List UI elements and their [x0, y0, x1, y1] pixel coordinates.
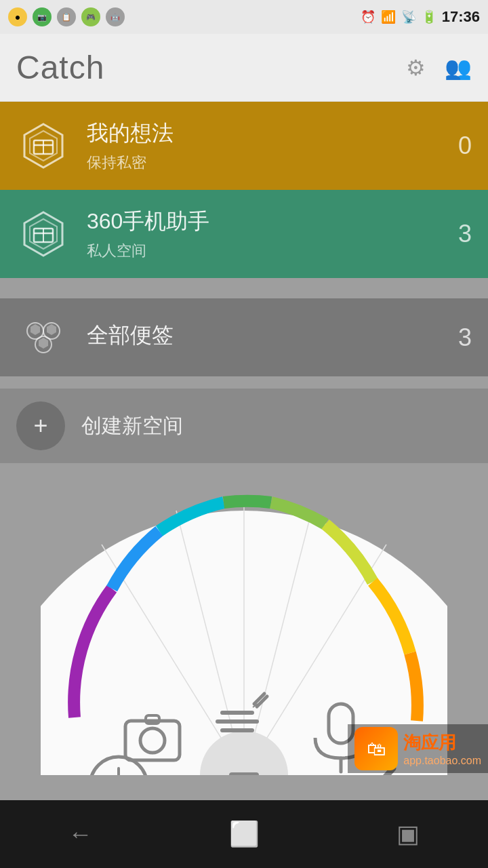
- nav-bar: ← ⬜ ▣: [0, 800, 488, 868]
- item-subtitle-2: 私人空间: [87, 241, 458, 261]
- back-button[interactable]: ←: [68, 820, 93, 848]
- svg-rect-38: [229, 772, 259, 775]
- status-icon-2: 📷: [33, 7, 52, 26]
- hex-dots-svg: [19, 313, 68, 362]
- status-icon-3: 📋: [57, 7, 76, 26]
- taobao-url: app.taobao.com: [403, 755, 481, 767]
- item-icon-2: [16, 207, 70, 261]
- item-text-2: 360手机助手 私人空间: [87, 207, 458, 261]
- status-right: ⏰ 📶 📡 🔋 17:36: [361, 8, 480, 26]
- app-header: Catch ⚙ 👥: [0, 34, 488, 102]
- svg-marker-14: [47, 324, 56, 335]
- item-title-1: 我的想法: [87, 119, 458, 149]
- settings-icon[interactable]: ⚙: [406, 55, 426, 81]
- bottom-area: 🛍 淘应用 app.taobao.com: [0, 463, 488, 840]
- status-icon-4: 🎮: [81, 7, 100, 26]
- signal-icon: 📡: [401, 9, 416, 24]
- time-display: 17:36: [442, 8, 480, 26]
- status-icon-1: ●: [8, 7, 27, 26]
- list-item-wode-xiangfa[interactable]: 我的想法 保持私密 0: [0, 102, 488, 190]
- item-count-2: 3: [458, 220, 472, 248]
- item-title-2: 360手机助手: [87, 207, 458, 237]
- divider-2: [0, 376, 488, 389]
- item-icon-3: [16, 311, 70, 365]
- status-icon-5: 🤖: [106, 7, 125, 26]
- app-title: Catch: [16, 49, 104, 86]
- users-icon[interactable]: 👥: [445, 55, 472, 81]
- svg-rect-26: [220, 728, 254, 732]
- item-count-1: 0: [458, 132, 472, 160]
- battery-icon: 🔋: [422, 9, 436, 24]
- taobao-watermark: 🛍 淘应用 app.taobao.com: [348, 724, 488, 773]
- gray-divider: [0, 278, 488, 298]
- item-icon-1: [16, 119, 70, 173]
- list-item-360[interactable]: 360手机助手 私人空间 3: [0, 190, 488, 278]
- create-label: 创建新空间: [81, 412, 183, 440]
- wifi-icon: 📶: [381, 9, 396, 24]
- svg-marker-15: [39, 338, 48, 349]
- item-text-3: 全部便签: [87, 321, 458, 355]
- header-actions: ⚙ 👥: [406, 55, 472, 81]
- hex-svg-1: [19, 121, 68, 170]
- status-icons: ● 📷 📋 🎮 🤖: [8, 7, 125, 26]
- svg-marker-13: [30, 324, 40, 335]
- recents-button[interactable]: ▣: [396, 820, 420, 848]
- taobao-label: 淘应用: [403, 731, 481, 755]
- item-subtitle-1: 保持私密: [87, 153, 458, 173]
- list-item-create[interactable]: + 创建新空间: [0, 389, 488, 463]
- status-bar: ● 📷 📋 🎮 🤖 ⏰ 📶 📡 🔋 17:36: [0, 0, 488, 34]
- hex-svg-2: [19, 210, 68, 258]
- svg-rect-24: [220, 711, 254, 715]
- item-count-3: 3: [458, 323, 472, 352]
- alarm-icon: ⏰: [361, 9, 375, 24]
- home-button[interactable]: ⬜: [229, 820, 260, 848]
- item-title-3: 全部便签: [87, 321, 458, 351]
- svg-rect-25: [216, 719, 259, 724]
- taobao-bag-icon: 🛍: [367, 738, 386, 760]
- item-text-1: 我的想法 保持私密: [87, 119, 458, 173]
- list-item-quanbu[interactable]: 全部便签 3: [0, 298, 488, 376]
- plus-circle-icon: +: [16, 401, 65, 450]
